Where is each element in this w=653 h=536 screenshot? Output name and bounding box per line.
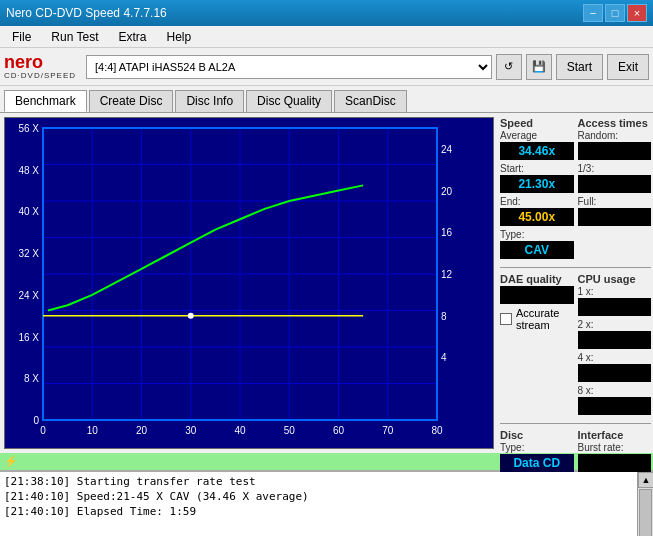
log-content: [21:38:10] Starting transfer rate test [… (0, 472, 637, 536)
right-panel: Speed Average 34.46x Start: 21.30x End: … (498, 113, 653, 453)
burst-value (578, 454, 652, 472)
speed-section: Speed Average 34.46x Start: 21.30x End: … (500, 117, 651, 262)
minimize-button[interactable]: − (583, 4, 603, 22)
disc-type-value: Data CD (500, 454, 574, 472)
access-label: Access times (578, 117, 652, 129)
accurate-row: Accurate stream (500, 307, 574, 331)
cpu-2x-value (578, 331, 652, 349)
type-label: Type: (500, 229, 574, 240)
cpu-8x-label: 8 x: (578, 385, 652, 396)
dae-value (500, 286, 574, 304)
scroll-thumb[interactable] (639, 489, 652, 536)
end-speed-value: 45.00x (500, 208, 574, 226)
average-label: Average (500, 130, 574, 141)
dae-cpu-section: DAE quality Accurate stream CPU usage 1 … (500, 273, 651, 418)
start-button[interactable]: Start (556, 54, 603, 80)
burst-label: Burst rate: (578, 442, 652, 453)
onethird-label: 1/3: (578, 163, 652, 174)
onethird-value (578, 175, 652, 193)
log-line-0: [21:38:10] Starting transfer rate test (4, 474, 633, 489)
window-title: Nero CD-DVD Speed 4.7.7.16 (6, 6, 167, 20)
accurate-label: Accurate stream (516, 307, 559, 331)
end-speed-label: End: (500, 196, 574, 207)
full-value (578, 208, 652, 226)
dae-label: DAE quality (500, 273, 574, 285)
tab-create-disc[interactable]: Create Disc (89, 90, 174, 112)
scroll-up-button[interactable]: ▲ (638, 472, 653, 488)
disc-type-label: Type: (500, 442, 574, 453)
cpu-label: CPU usage (578, 273, 652, 285)
drive-selector[interactable]: [4:4] ATAPI iHAS524 B AL2A (86, 55, 492, 79)
speed-col: Speed Average 34.46x Start: 21.30x End: … (500, 117, 574, 262)
start-speed-label: Start: (500, 163, 574, 174)
log-header-text (22, 456, 25, 468)
speed-label: Speed (500, 117, 574, 129)
disc-label: Disc (500, 429, 574, 441)
log-line-1: [21:40:10] Speed:21-45 X CAV (34.46 X av… (4, 489, 633, 504)
log-line-2: [21:40:10] Elapsed Time: 1:59 (4, 504, 633, 519)
main-content: Speed Average 34.46x Start: 21.30x End: … (0, 113, 653, 453)
menu-file[interactable]: File (4, 28, 39, 45)
dae-col: DAE quality Accurate stream (500, 273, 574, 418)
menu-run-test[interactable]: Run Test (43, 28, 106, 45)
title-bar: Nero CD-DVD Speed 4.7.7.16 − □ × (0, 0, 653, 26)
accurate-checkbox[interactable] (500, 313, 512, 325)
interface-label: Interface (578, 429, 652, 441)
average-value: 34.46x (500, 142, 574, 160)
nero-logo: nero (4, 53, 43, 71)
access-col: Access times Random: 1/3: Full: (578, 117, 652, 262)
log-scrollbar[interactable]: ▲ ▼ (637, 472, 653, 536)
exit-button[interactable]: Exit (607, 54, 649, 80)
cpu-2x-label: 2 x: (578, 319, 652, 330)
toolbar: nero CD·DVD/SPEED [4:4] ATAPI iHAS524 B … (0, 48, 653, 86)
cpu-4x-value (578, 364, 652, 382)
random-value (578, 142, 652, 160)
tab-disc-quality[interactable]: Disc Quality (246, 90, 332, 112)
random-label: Random: (578, 130, 652, 141)
cpu-8x-value (578, 397, 652, 415)
cpu-col: CPU usage 1 x: 2 x: 4 x: 8 x: (578, 273, 652, 418)
start-speed-value: 21.30x (500, 175, 574, 193)
log-area: [21:38:10] Starting transfer rate test [… (0, 470, 653, 536)
full-label: Full: (578, 196, 652, 207)
close-button[interactable]: × (627, 4, 647, 22)
save-button[interactable]: 💾 (526, 54, 552, 80)
window-controls: − □ × (583, 4, 647, 22)
type-value: CAV (500, 241, 574, 259)
cpu-1x-value (578, 298, 652, 316)
tab-benchmark[interactable]: Benchmark (4, 90, 87, 112)
menu-help[interactable]: Help (159, 28, 200, 45)
tab-disc-info[interactable]: Disc Info (175, 90, 244, 112)
menu-extra[interactable]: Extra (110, 28, 154, 45)
tab-scandisc[interactable]: ScanDisc (334, 90, 407, 112)
tab-bar: Benchmark Create Disc Disc Info Disc Qua… (0, 86, 653, 113)
cpu-4x-label: 4 x: (578, 352, 652, 363)
chart-area (4, 117, 494, 449)
menu-bar: File Run Test Extra Help (0, 26, 653, 48)
refresh-button[interactable]: ↺ (496, 54, 522, 80)
nero-sub-logo: CD·DVD/SPEED (4, 71, 76, 80)
log-icon: ⚡ (4, 455, 18, 468)
cpu-1x-label: 1 x: (578, 286, 652, 297)
maximize-button[interactable]: □ (605, 4, 625, 22)
